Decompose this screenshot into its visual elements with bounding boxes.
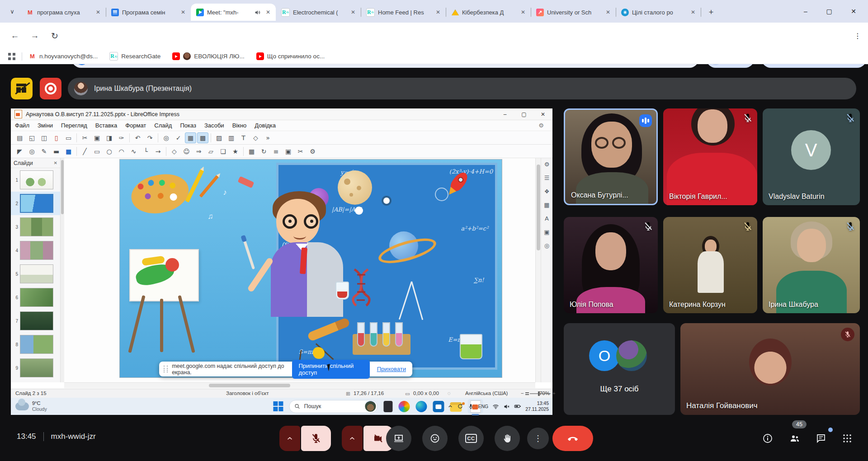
draw-crop-icon[interactable]: ✂: [295, 146, 306, 157]
toolbar-open-icon[interactable]: ◱: [26, 132, 38, 143]
toolbar-export-pdf-icon[interactable]: ▯: [51, 132, 62, 143]
tab-close-icon[interactable]: ✕: [179, 8, 187, 16]
participant-tile-kateryna[interactable]: Катерина Корзун: [663, 217, 757, 313]
back-button[interactable]: ←: [7, 28, 23, 43]
bookmark-gmail[interactable]: Mn.hoyvanovych@ds...: [28, 52, 98, 60]
impress-workspace[interactable]: y=√x (2x³-y)·4+H=0 ∫f(x)dx x²+y² 9÷3=3 S…: [64, 158, 535, 382]
tab-meet-active[interactable]: Meet: "mxh- ✕: [191, 4, 276, 21]
slides-panel-scrollbar[interactable]: [61, 158, 64, 382]
menu-insert[interactable]: Вставка: [91, 122, 121, 129]
tab-close-icon[interactable]: ✕: [604, 8, 612, 16]
toolbar-save-icon[interactable]: ◫: [38, 132, 50, 143]
draw-callouts-icon[interactable]: ❏: [217, 146, 229, 157]
meeting-details-button[interactable]: [762, 433, 773, 444]
tray-mic-icon[interactable]: [468, 404, 474, 409]
slide-thumbnail-5[interactable]: 5: [11, 262, 60, 286]
draw-table-icon[interactable]: ▦: [246, 146, 257, 157]
shared-screen-impress-window[interactable]: Арнаутова О.В.виступ 27.11.2025.pptx - L…: [11, 108, 552, 398]
participant-tile-viktoriia[interactable]: Вікторія Гаврил...: [663, 108, 757, 205]
chat-button[interactable]: [816, 433, 826, 444]
participant-tile-yuliia[interactable]: Юлія Попова: [564, 217, 658, 313]
status-language[interactable]: Англійська (США): [465, 390, 508, 396]
toolbar-cut-icon[interactable]: ✂: [79, 132, 90, 143]
participant-tile-vladyslav[interactable]: V Vladyslav Baturin: [763, 108, 860, 205]
menu-edit[interactable]: Зміни: [33, 122, 57, 129]
impress-close-button[interactable]: ✕: [533, 108, 552, 120]
taskbar-search-box[interactable]: Пошук: [289, 400, 377, 413]
start-button-icon[interactable]: [273, 401, 283, 411]
recording-indicator-icon[interactable]: [40, 78, 61, 99]
toolbar-shapes-icon[interactable]: ◇: [250, 132, 261, 143]
wifi-icon[interactable]: [492, 403, 499, 410]
toolbar-redo-icon[interactable]: ↷: [144, 132, 156, 143]
toolbar-more-icon[interactable]: »: [262, 132, 274, 143]
edge-browser-icon[interactable]: [415, 401, 427, 412]
tab-gmail[interactable]: M програма слуха ✕: [21, 4, 106, 21]
presenter-banner[interactable]: Ірина Шкабура (Презентація): [68, 78, 856, 99]
slide-thumbnail-2-selected[interactable]: 2: [11, 192, 60, 215]
stop-sharing-button[interactable]: Припинити спільний доступ: [292, 360, 369, 379]
taskbar-weather-widget[interactable]: 9°CCloudy: [15, 400, 83, 412]
toolbar-new-icon[interactable]: ▤: [14, 132, 25, 143]
zoom-minus-icon[interactable]: −: [521, 390, 524, 396]
copilot-icon[interactable]: [398, 401, 410, 412]
draw-ellipse-icon[interactable]: ○: [104, 146, 115, 157]
browser-menu-icon[interactable]: ⋮: [852, 28, 863, 43]
draw-line-icon[interactable]: ╱: [79, 146, 90, 157]
tab-audio-icon[interactable]: [254, 9, 261, 16]
impress-minimize-button[interactable]: –: [495, 108, 514, 120]
tab-close-icon[interactable]: ✕: [689, 8, 697, 16]
sidebar-gallery-icon[interactable]: ▣: [544, 229, 549, 235]
menu-help[interactable]: Довідка: [250, 122, 280, 129]
toolbar-table-icon[interactable]: ▦: [185, 132, 196, 143]
draw-fill-color-icon[interactable]: ■: [63, 146, 74, 157]
tab-university[interactable]: ↗ University or Sch ✕: [531, 4, 616, 21]
menu-slide[interactable]: Слайд: [150, 122, 176, 129]
draw-symbol-shapes-icon[interactable]: ☺: [181, 146, 192, 157]
menu-view[interactable]: Перегляд: [57, 122, 91, 129]
taskbar-clock[interactable]: 13:4527.11.2025: [525, 400, 549, 412]
toolbar-find-icon[interactable]: ◎: [160, 132, 172, 143]
bookmark-youtube-1[interactable]: ЕВОЛЮЦІЯ ЛЮ...: [172, 52, 244, 60]
captions-button[interactable]: CC: [458, 426, 484, 451]
draw-arrow-icon[interactable]: →: [152, 146, 164, 157]
participants-button[interactable]: [789, 433, 800, 444]
toolbar-clone-format-icon[interactable]: ✑: [116, 132, 127, 143]
tab-close-icon[interactable]: ✕: [434, 8, 442, 16]
window-minimize-button[interactable]: –: [794, 0, 817, 23]
new-tab-button[interactable]: +: [705, 6, 717, 18]
sidebar-settings-icon[interactable]: ⚙: [544, 161, 550, 168]
slide-thumbnail-4[interactable]: 4: [11, 239, 60, 262]
present-screen-button[interactable]: [386, 426, 411, 451]
slide-canvas[interactable]: y=√x (2x³-y)·4+H=0 ∫f(x)dx x²+y² 9÷3=3 S…: [119, 159, 502, 378]
menu-tools[interactable]: Засоби: [200, 122, 228, 129]
overflow-participants-tile[interactable]: O Ще 37 осіб: [564, 323, 675, 415]
tab-sdg[interactable]: ✳ Цілі сталого ро ✕: [616, 4, 701, 21]
toolbar-print-icon[interactable]: ▭: [63, 132, 74, 143]
draw-align-icon[interactable]: ≡: [270, 146, 282, 157]
toolbar-undo-icon[interactable]: ↶: [132, 132, 143, 143]
toolbar-chart-icon[interactable]: ▥: [226, 132, 237, 143]
draw-arrange-icon[interactable]: ▣: [283, 146, 294, 157]
zoom-plus-icon[interactable]: +: [552, 390, 556, 396]
tab-close-icon[interactable]: ✕: [94, 8, 102, 16]
forward-button[interactable]: →: [27, 28, 42, 43]
mic-options-chevron[interactable]: [279, 426, 300, 451]
keyboard-language[interactable]: ENG: [478, 404, 488, 409]
sidebar-navigator-icon[interactable]: ◎: [544, 242, 549, 249]
slide-thumbnail-6[interactable]: 6: [11, 286, 60, 309]
end-call-button[interactable]: [552, 426, 593, 451]
draw-arc-icon[interactable]: ◠: [116, 146, 127, 157]
vertical-scrollbar[interactable]: [535, 158, 541, 382]
draw-rotate-icon[interactable]: ↻: [258, 146, 269, 157]
hide-notification-link[interactable]: Приховати: [377, 366, 406, 372]
slide-thumbnail-8[interactable]: 8: [11, 333, 60, 356]
toolbar-grid-icon[interactable]: ▩: [197, 132, 208, 143]
menu-window[interactable]: Вікно: [228, 122, 251, 129]
taskbar-app-icon[interactable]: [383, 401, 392, 412]
draw-flowchart-icon[interactable]: ▱: [205, 146, 217, 157]
participant-tile-iryna[interactable]: Ірина Шкабура: [763, 217, 860, 313]
window-close-button[interactable]: ✕: [842, 0, 865, 23]
slide-thumbnail-3[interactable]: 3: [11, 215, 60, 239]
sidebar-master-slides-icon[interactable]: ▦: [544, 202, 549, 208]
